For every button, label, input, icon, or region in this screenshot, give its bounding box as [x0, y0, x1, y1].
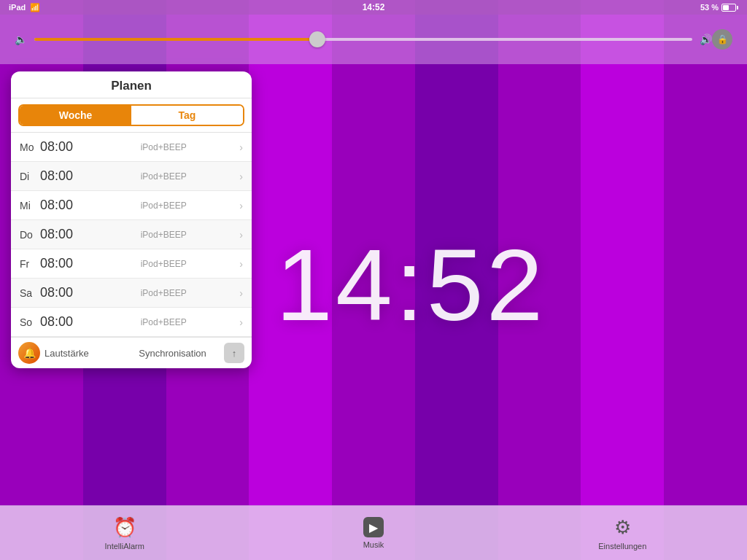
schedule-row[interactable]: Mi 08:00 iPod+BEEP › — [11, 191, 252, 220]
volume-slider[interactable]: 🔈 🔊 — [15, 34, 712, 45]
time-label: 08:00 — [40, 198, 88, 213]
lautstarke-button[interactable]: 🔔 Lautstärke — [18, 342, 121, 364]
popup-bottom: 🔔 Lautstärke Synchronisation ↑ — [11, 337, 252, 368]
day-label: Do — [20, 229, 40, 241]
lautstarke-label: Lautstärke — [44, 348, 89, 359]
screen-lock-icon[interactable]: 🔒 — [712, 29, 732, 50]
tab-bar: ⏰ IntelliAlarm ▶ Musik ⚙ Einstellungen — [0, 505, 747, 560]
volume-high-icon: 🔊 — [700, 34, 712, 45]
sound-label: iPod+BEEP — [88, 317, 239, 327]
sound-label: iPod+BEEP — [88, 259, 239, 269]
day-label: Sa — [20, 287, 40, 299]
volume-thumb[interactable] — [309, 31, 325, 47]
time-label: 08:00 — [40, 285, 88, 300]
time-label: 08:00 — [40, 168, 88, 184]
intellialarm-label: IntelliAlarm — [104, 542, 144, 551]
chevron-right-icon: › — [239, 141, 243, 153]
einstellungen-icon: ⚙ — [614, 516, 631, 539]
tab-intellialarm[interactable]: ⏰ IntelliAlarm — [0, 516, 249, 551]
day-label: Mi — [20, 200, 40, 211]
sound-label: iPod+BEEP — [88, 142, 239, 152]
musik-icon: ▶ — [363, 517, 384, 537]
chevron-right-icon: › — [239, 229, 243, 241]
wifi-icon: 📶 — [30, 3, 40, 12]
chevron-right-icon: › — [239, 171, 243, 182]
device-label: iPad — [9, 3, 26, 12]
status-bar: iPad 📶 14:52 53 % — [0, 0, 747, 15]
status-time: 14:52 — [363, 2, 385, 12]
day-label: So — [20, 316, 40, 328]
sound-label: iPod+BEEP — [88, 230, 239, 240]
battery-icon — [721, 4, 738, 12]
volume-bar-area[interactable]: 🔈 🔊 🔒 — [0, 15, 747, 64]
popup-title: Planen — [11, 71, 252, 98]
day-label: Di — [20, 171, 40, 182]
intellialarm-icon: ⏰ — [113, 516, 136, 539]
chevron-right-icon: › — [239, 258, 243, 270]
day-label: Fr — [20, 258, 40, 270]
clock-display: 14:52 — [276, 226, 546, 344]
schedule-row[interactable]: So 08:00 iPod+BEEP › — [11, 308, 252, 337]
chevron-right-icon: › — [239, 316, 243, 328]
schedule-row[interactable]: Di 08:00 iPod+BEEP › — [11, 162, 252, 191]
content-layer: 14:52 Planen Woche Tag Mo 08:00 iPod+BEE… — [0, 64, 747, 505]
volume-low-icon: 🔈 — [15, 34, 27, 45]
schedule-row[interactable]: Sa 08:00 iPod+BEEP › — [11, 279, 252, 308]
time-label: 08:00 — [40, 227, 88, 242]
volume-track[interactable] — [34, 38, 692, 41]
sound-label: iPod+BEEP — [88, 288, 239, 298]
lautstarke-icon: 🔔 — [18, 342, 40, 364]
segment-tag[interactable]: Tag — [131, 106, 243, 125]
sound-label: iPod+BEEP — [88, 201, 239, 211]
time-label: 08:00 — [40, 314, 88, 330]
sync-label: Synchronisation — [121, 348, 224, 359]
battery-label: 53 % — [700, 3, 719, 12]
schedule-row[interactable]: Do 08:00 iPod+BEEP › — [11, 220, 252, 249]
day-label: Mo — [20, 141, 40, 153]
schedule-row[interactable]: Fr 08:00 iPod+BEEP › — [11, 249, 252, 279]
time-label: 08:00 — [40, 256, 88, 271]
segment-control[interactable]: Woche Tag — [18, 104, 244, 126]
musik-label: Musik — [363, 540, 384, 549]
schedule-list: Mo 08:00 iPod+BEEP › Di 08:00 iPod+BEEP … — [11, 132, 252, 337]
chevron-right-icon: › — [239, 200, 243, 211]
einstellungen-label: Einstellungen — [598, 542, 646, 551]
tab-musik[interactable]: ▶ Musik — [249, 517, 498, 549]
popup-card: Planen Woche Tag Mo 08:00 iPod+BEEP › Di… — [11, 71, 252, 368]
segment-woche[interactable]: Woche — [20, 106, 131, 125]
sync-icon[interactable]: ↑ — [224, 343, 244, 363]
sound-label: iPod+BEEP — [88, 171, 239, 182]
chevron-right-icon: › — [239, 287, 243, 299]
volume-fill — [34, 38, 317, 41]
time-label: 08:00 — [40, 139, 88, 155]
schedule-row[interactable]: Mo 08:00 iPod+BEEP › — [11, 133, 252, 162]
tab-einstellungen[interactable]: ⚙ Einstellungen — [498, 516, 747, 551]
